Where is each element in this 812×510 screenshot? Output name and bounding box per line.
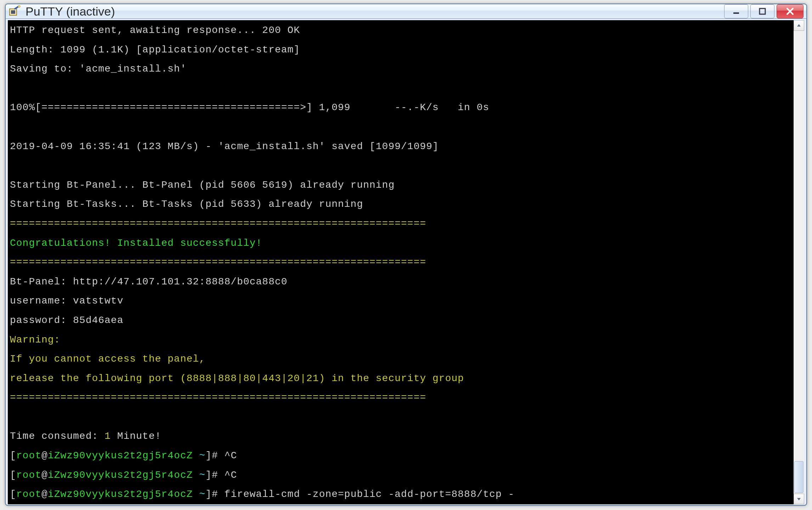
terminal-text: Time consumed: — [10, 431, 105, 442]
terminal-line: [root@iZwz90vyykus2t2gj5r4ocZ ~]# firewa… — [10, 485, 791, 504]
terminal-line: 100%[===================================… — [10, 98, 791, 118]
terminal-text: ~ — [199, 470, 205, 481]
terminal-text — [193, 470, 199, 481]
terminal-text: username: vatstwtv — [10, 295, 123, 306]
terminal-text: Congratulations! Installed successfully! — [10, 238, 262, 249]
terminal-text: iZwz90vyykus2t2gj5r4ocZ — [48, 470, 193, 481]
terminal-text — [193, 450, 199, 461]
svg-rect-4 — [733, 12, 739, 14]
terminal-text: [ — [10, 489, 16, 500]
maximize-button[interactable] — [750, 4, 774, 18]
terminal-line — [10, 118, 791, 137]
terminal-line: password: 85d46aea — [10, 311, 791, 330]
terminal-line: username: vatstwtv — [10, 291, 791, 311]
terminal-line: Congratulations! Installed successfully! — [10, 234, 791, 253]
terminal-text: Length: 1099 (1.1K) [application/octet-s… — [10, 44, 300, 55]
terminal-text: Saving to: 'acme_install.sh' — [10, 63, 186, 74]
terminal-text: password: 85d46aea — [10, 315, 123, 326]
terminal-line — [10, 156, 791, 176]
terminal-frame: HTTP request sent, awaiting response... … — [6, 19, 806, 506]
terminal-text: iZwz90vyykus2t2gj5r4ocZ — [48, 489, 193, 500]
terminal-text: ]# ^C — [205, 450, 237, 461]
minimize-button[interactable] — [724, 4, 748, 18]
terminal-text: @ — [41, 470, 48, 481]
scroll-down-button[interactable] — [794, 494, 804, 504]
terminal-text: @ — [41, 450, 48, 461]
terminal-text: HTTP request sent, awaiting response... … — [10, 25, 300, 36]
terminal-text: ]# firewall-cmd -zone=public -add-port=8… — [205, 489, 514, 500]
terminal-text: [ — [10, 450, 16, 461]
terminal-line: Bt-Panel: http://47.107.101.32:8888/b0ca… — [10, 272, 791, 292]
svg-rect-1 — [11, 10, 15, 14]
terminal-text: root — [16, 489, 41, 500]
terminal-text: ========================================… — [10, 392, 426, 403]
putty-window: PuTTY (inactive) HTTP request sent, awai… — [5, 4, 807, 506]
terminal-text: 1 — [105, 431, 111, 442]
svg-marker-9 — [797, 498, 801, 500]
terminal-line: [root@iZwz90vyykus2t2gj5r4ocZ ~]# ^C — [10, 466, 791, 485]
putty-icon — [9, 5, 21, 17]
terminal-text: [ — [10, 470, 16, 481]
terminal-text: Starting Bt-Tasks... Bt-Tasks (pid 5633)… — [10, 199, 363, 210]
scroll-up-button[interactable] — [794, 20, 804, 31]
terminal-text: ========================================… — [10, 257, 426, 268]
terminal-text: Warning: — [10, 334, 60, 345]
terminal-text: 2019-04-09 16:35:41 (123 MB/s) - 'acme_i… — [10, 141, 439, 152]
terminal-line: Saving to: 'acme_install.sh' — [10, 60, 791, 79]
svg-rect-5 — [760, 8, 765, 14]
terminal-text: Bt-Panel: http://47.107.101.32:8888/b0ca… — [10, 276, 287, 287]
window-title: PuTTY (inactive) — [26, 5, 724, 18]
terminal-text — [193, 489, 199, 500]
terminal-line: ========================================… — [10, 214, 791, 234]
terminal-line — [10, 79, 791, 98]
terminal-line: HTTP request sent, awaiting response... … — [10, 21, 791, 40]
terminal-line: Time consumed: 1 Minute! — [10, 427, 791, 446]
terminal-text: root — [16, 470, 41, 481]
terminal-line: Length: 1099 (1.1K) [application/octet-s… — [10, 40, 791, 60]
terminal-text: release the following port (8888|888|80|… — [10, 373, 464, 384]
terminal-line: Starting Bt-Tasks... Bt-Tasks (pid 5633)… — [10, 195, 791, 214]
terminal-text: If you cannot access the panel, — [10, 353, 212, 364]
terminal-text: ~ — [199, 489, 205, 500]
terminal-line — [10, 408, 791, 427]
terminal-line: ========================================… — [10, 388, 791, 408]
terminal-text: root — [16, 450, 41, 461]
terminal-text: @ — [41, 489, 48, 500]
terminal-line: Starting Bt-Panel... Bt-Panel (pid 5606 … — [10, 176, 791, 195]
terminal-text: Starting Bt-Panel... Bt-Panel (pid 5606 … — [10, 180, 395, 191]
terminal-output[interactable]: HTTP request sent, awaiting response... … — [8, 20, 794, 504]
terminal-text: Minute! — [111, 431, 161, 442]
terminal-text: iZwz90vyykus2t2gj5r4ocZ — [48, 450, 193, 461]
scrollbar[interactable] — [794, 20, 804, 504]
svg-marker-8 — [797, 24, 801, 27]
svg-point-3 — [18, 5, 20, 7]
terminal-text: ]# ^C — [205, 470, 237, 481]
close-button[interactable] — [777, 4, 803, 18]
scroll-thumb[interactable] — [794, 461, 803, 493]
terminal-line: release the following port (8888|888|80|… — [10, 369, 791, 389]
terminal-line: If you cannot access the panel, — [10, 350, 791, 369]
terminal-text: ~ — [199, 450, 205, 461]
window-control-group — [724, 4, 803, 18]
terminal-line: Warning: — [10, 330, 791, 350]
scroll-track[interactable] — [794, 31, 804, 494]
terminal-text: ========================================… — [10, 218, 426, 229]
terminal-line: [root@iZwz90vyykus2t2gj5r4ocZ ~]# ^C — [10, 446, 791, 466]
title-bar[interactable]: PuTTY (inactive) — [6, 4, 806, 19]
terminal-line: ========================================… — [10, 253, 791, 272]
terminal-line: 2019-04-09 16:35:41 (123 MB/s) - 'acme_i… — [10, 137, 791, 157]
terminal-text: 100%[===================================… — [10, 102, 489, 113]
